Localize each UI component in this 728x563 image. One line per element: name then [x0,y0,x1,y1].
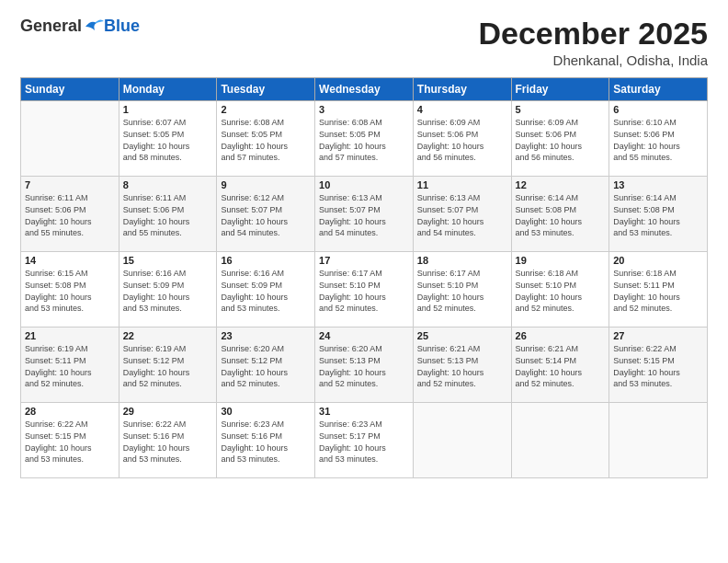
calendar-cell: 2Sunrise: 6:08 AM Sunset: 5:05 PM Daylig… [217,101,315,177]
day-number: 11 [417,179,507,190]
calendar-cell: 11Sunrise: 6:13 AM Sunset: 5:07 PM Dayli… [413,177,511,252]
day-number: 30 [221,406,311,417]
day-detail: Sunrise: 6:09 AM Sunset: 5:06 PM Dayligh… [417,117,507,163]
calendar-cell [413,403,511,478]
day-detail: Sunrise: 6:11 AM Sunset: 5:06 PM Dayligh… [25,192,115,238]
page: General Blue December 2025 Dhenkanal, Od… [0,0,728,563]
day-number: 15 [123,255,213,266]
day-number: 17 [319,255,409,266]
calendar-cell: 28Sunrise: 6:22 AM Sunset: 5:15 PM Dayli… [21,403,119,478]
day-detail: Sunrise: 6:16 AM Sunset: 5:09 PM Dayligh… [221,268,311,314]
calendar-cell: 13Sunrise: 6:14 AM Sunset: 5:08 PM Dayli… [609,177,708,252]
day-detail: Sunrise: 6:22 AM Sunset: 5:15 PM Dayligh… [25,419,115,465]
calendar-cell: 4Sunrise: 6:09 AM Sunset: 5:06 PM Daylig… [413,101,511,177]
calendar-cell: 25Sunrise: 6:21 AM Sunset: 5:13 PM Dayli… [413,327,511,403]
calendar-cell [511,403,609,478]
day-number: 25 [417,330,507,341]
calendar-cell: 27Sunrise: 6:22 AM Sunset: 5:15 PM Dayli… [609,327,708,403]
day-number: 31 [319,406,409,417]
day-detail: Sunrise: 6:07 AM Sunset: 5:05 PM Dayligh… [123,117,213,163]
calendar-header-row: SundayMondayTuesdayWednesdayThursdayFrid… [21,78,708,101]
day-number: 26 [516,330,606,341]
calendar-cell: 17Sunrise: 6:17 AM Sunset: 5:10 PM Dayli… [315,252,414,327]
calendar-header-cell: Sunday [21,78,119,101]
day-detail: Sunrise: 6:19 AM Sunset: 5:11 PM Dayligh… [25,343,115,389]
day-detail: Sunrise: 6:20 AM Sunset: 5:13 PM Dayligh… [319,343,409,389]
day-detail: Sunrise: 6:13 AM Sunset: 5:07 PM Dayligh… [319,192,409,238]
day-detail: Sunrise: 6:14 AM Sunset: 5:08 PM Dayligh… [516,192,606,238]
day-detail: Sunrise: 6:15 AM Sunset: 5:08 PM Dayligh… [25,268,115,314]
day-number: 7 [25,179,115,190]
logo-general-text: General [20,17,82,36]
day-number: 10 [319,179,409,190]
day-detail: Sunrise: 6:16 AM Sunset: 5:09 PM Dayligh… [123,268,213,314]
calendar-cell: 30Sunrise: 6:23 AM Sunset: 5:16 PM Dayli… [217,403,315,478]
calendar-cell: 22Sunrise: 6:19 AM Sunset: 5:12 PM Dayli… [119,327,217,403]
day-detail: Sunrise: 6:21 AM Sunset: 5:13 PM Dayligh… [417,343,507,389]
calendar-header-cell: Friday [511,78,609,101]
calendar-cell: 24Sunrise: 6:20 AM Sunset: 5:13 PM Dayli… [315,327,414,403]
day-number: 19 [516,255,606,266]
day-detail: Sunrise: 6:17 AM Sunset: 5:10 PM Dayligh… [417,268,507,314]
day-number: 6 [613,104,703,115]
calendar-header-cell: Thursday [413,78,511,101]
calendar-cell: 3Sunrise: 6:08 AM Sunset: 5:05 PM Daylig… [315,101,414,177]
month-title: December 2025 [478,17,708,51]
day-number: 8 [123,179,213,190]
calendar-cell: 20Sunrise: 6:18 AM Sunset: 5:11 PM Dayli… [609,252,708,327]
calendar-header-cell: Monday [119,78,217,101]
day-detail: Sunrise: 6:08 AM Sunset: 5:05 PM Dayligh… [319,117,409,163]
calendar-cell: 5Sunrise: 6:09 AM Sunset: 5:06 PM Daylig… [511,101,609,177]
calendar-week-row: 21Sunrise: 6:19 AM Sunset: 5:11 PM Dayli… [21,327,708,403]
day-detail: Sunrise: 6:09 AM Sunset: 5:06 PM Dayligh… [516,117,606,163]
calendar-header-cell: Tuesday [217,78,315,101]
subtitle: Dhenkanal, Odisha, India [478,52,708,68]
logo: General Blue [20,17,140,36]
logo-blue-text: Blue [104,17,140,36]
calendar-cell [21,101,119,177]
calendar-cell: 16Sunrise: 6:16 AM Sunset: 5:09 PM Dayli… [217,252,315,327]
day-detail: Sunrise: 6:21 AM Sunset: 5:14 PM Dayligh… [516,343,606,389]
day-detail: Sunrise: 6:14 AM Sunset: 5:08 PM Dayligh… [613,192,703,238]
day-detail: Sunrise: 6:22 AM Sunset: 5:15 PM Dayligh… [613,343,703,389]
header: General Blue December 2025 Dhenkanal, Od… [20,17,708,68]
title-block: December 2025 Dhenkanal, Odisha, India [478,17,708,68]
calendar-cell: 21Sunrise: 6:19 AM Sunset: 5:11 PM Dayli… [21,327,119,403]
day-number: 24 [319,330,409,341]
day-number: 22 [123,330,213,341]
calendar-week-row: 28Sunrise: 6:22 AM Sunset: 5:15 PM Dayli… [21,403,708,478]
day-detail: Sunrise: 6:12 AM Sunset: 5:07 PM Dayligh… [221,192,311,238]
calendar-cell [609,403,708,478]
day-detail: Sunrise: 6:11 AM Sunset: 5:06 PM Dayligh… [123,192,213,238]
calendar-cell: 1Sunrise: 6:07 AM Sunset: 5:05 PM Daylig… [119,101,217,177]
day-number: 1 [123,104,213,115]
calendar-week-row: 14Sunrise: 6:15 AM Sunset: 5:08 PM Dayli… [21,252,708,327]
calendar-week-row: 1Sunrise: 6:07 AM Sunset: 5:05 PM Daylig… [21,101,708,177]
day-number: 13 [613,179,703,190]
day-detail: Sunrise: 6:17 AM Sunset: 5:10 PM Dayligh… [319,268,409,314]
calendar-cell: 14Sunrise: 6:15 AM Sunset: 5:08 PM Dayli… [21,252,119,327]
calendar-body: 1Sunrise: 6:07 AM Sunset: 5:05 PM Daylig… [21,101,708,478]
calendar-cell: 18Sunrise: 6:17 AM Sunset: 5:10 PM Dayli… [413,252,511,327]
day-number: 2 [221,104,311,115]
day-number: 3 [319,104,409,115]
calendar-cell: 7Sunrise: 6:11 AM Sunset: 5:06 PM Daylig… [21,177,119,252]
calendar-cell: 9Sunrise: 6:12 AM Sunset: 5:07 PM Daylig… [217,177,315,252]
day-number: 23 [221,330,311,341]
day-number: 14 [25,255,115,266]
day-detail: Sunrise: 6:23 AM Sunset: 5:17 PM Dayligh… [319,419,409,465]
day-detail: Sunrise: 6:20 AM Sunset: 5:12 PM Dayligh… [221,343,311,389]
day-detail: Sunrise: 6:19 AM Sunset: 5:12 PM Dayligh… [123,343,213,389]
calendar-cell: 15Sunrise: 6:16 AM Sunset: 5:09 PM Dayli… [119,252,217,327]
calendar-cell: 19Sunrise: 6:18 AM Sunset: 5:10 PM Dayli… [511,252,609,327]
day-detail: Sunrise: 6:22 AM Sunset: 5:16 PM Dayligh… [123,419,213,465]
day-number: 16 [221,255,311,266]
calendar-header-cell: Wednesday [315,78,414,101]
calendar-cell: 6Sunrise: 6:10 AM Sunset: 5:06 PM Daylig… [609,101,708,177]
calendar-table: SundayMondayTuesdayWednesdayThursdayFrid… [20,77,708,478]
calendar-cell: 10Sunrise: 6:13 AM Sunset: 5:07 PM Dayli… [315,177,414,252]
calendar-week-row: 7Sunrise: 6:11 AM Sunset: 5:06 PM Daylig… [21,177,708,252]
day-detail: Sunrise: 6:18 AM Sunset: 5:11 PM Dayligh… [613,268,703,314]
day-number: 20 [613,255,703,266]
day-detail: Sunrise: 6:10 AM Sunset: 5:06 PM Dayligh… [613,117,703,163]
